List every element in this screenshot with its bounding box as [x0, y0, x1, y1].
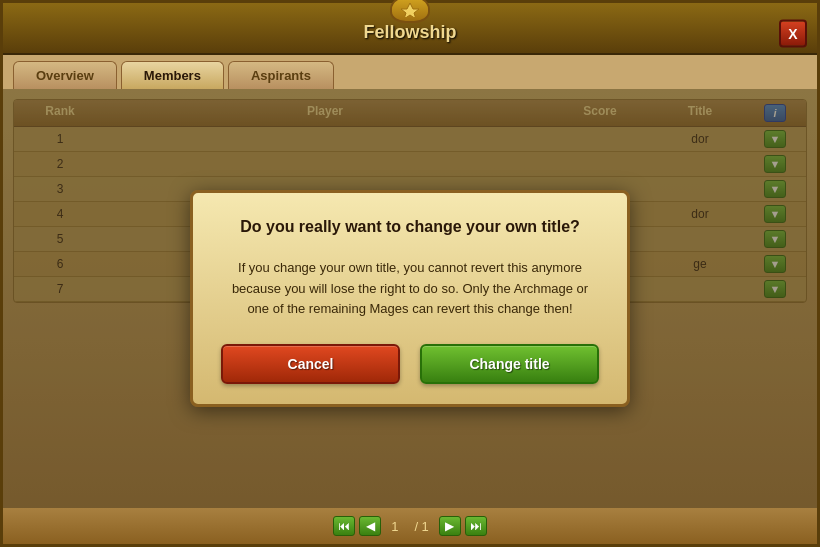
page-separator: / 1 [414, 519, 428, 534]
content-area: Rank Player Score Title i 1 dor ▼ 2 [3, 89, 817, 508]
emblem-icon [390, 0, 430, 23]
modal-body: If you change your own title, you cannot… [221, 258, 599, 320]
prev-page-button[interactable]: ◀ [359, 516, 381, 536]
tab-members[interactable]: Members [121, 61, 224, 89]
pagination: ⏮ ◀ 1 / 1 ▶ ⏭ [3, 508, 817, 544]
next-page-button[interactable]: ▶ [439, 516, 461, 536]
tabs-row: Overview Members Aspirants [3, 55, 817, 89]
tab-overview[interactable]: Overview [13, 61, 117, 89]
modal-buttons: Cancel Change title [221, 344, 599, 384]
tab-aspirants[interactable]: Aspirants [228, 61, 334, 89]
current-page: 1 [391, 519, 398, 534]
main-window: Fellowship X Overview Members Aspirants … [0, 0, 820, 547]
svg-marker-0 [401, 3, 419, 17]
last-page-button[interactable]: ⏭ [465, 516, 487, 536]
first-page-button[interactable]: ⏮ [333, 516, 355, 536]
modal-dialog: Do you really want to change your own ti… [190, 190, 630, 407]
change-title-button[interactable]: Change title [420, 344, 599, 384]
title-bar: Fellowship X [3, 3, 817, 55]
cancel-button[interactable]: Cancel [221, 344, 400, 384]
modal-overlay: Do you really want to change your own ti… [3, 89, 817, 508]
modal-title: Do you really want to change your own ti… [221, 217, 599, 238]
close-button[interactable]: X [779, 20, 807, 48]
window-title: Fellowship [363, 22, 456, 43]
